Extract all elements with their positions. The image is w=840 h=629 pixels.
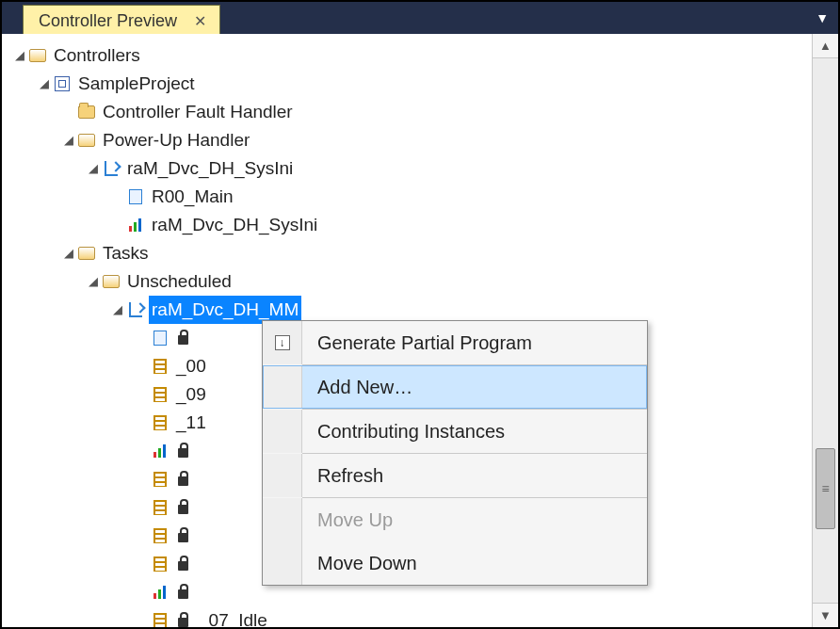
expand-icon[interactable]: ◢ (85, 272, 102, 291)
generate-icon (263, 321, 302, 364)
lock-icon (173, 330, 192, 347)
tree-node-fault-handler[interactable]: ◢ Controller Fault Handler (9, 98, 812, 126)
tree-node-tasks[interactable]: ◢ Tasks (9, 239, 812, 267)
expand-icon[interactable]: ◢ (109, 300, 126, 319)
ladder-icon (151, 386, 170, 403)
menu-item-add-new[interactable]: Add New… (263, 365, 647, 409)
ladder-icon (151, 527, 170, 544)
node-label: _00 (173, 352, 209, 379)
menu-item-label: Add New… (302, 377, 647, 398)
tree-node-routine-sysini[interactable]: ◢ raM_Dvc_DH_SysIni (9, 211, 812, 239)
lock-icon (173, 612, 192, 627)
expand-icon[interactable]: ◢ (36, 74, 53, 93)
window-titlebar: Controller Preview ✕ ▼ (2, 2, 838, 34)
panel-viewport: Controller Preview ✕ ▼ ◢ Controllers ◢ S… (0, 0, 840, 629)
scroll-down-button[interactable]: ▼ (813, 603, 838, 627)
routine-icon (126, 188, 145, 205)
tree-node-project[interactable]: ◢ SampleProject (9, 70, 812, 98)
expand-icon[interactable]: ◢ (60, 244, 77, 263)
ladder-icon (151, 358, 170, 375)
node-label: Controllers (51, 41, 143, 69)
routine-icon (151, 330, 170, 347)
lock-icon (173, 443, 192, 460)
node-label: raM_Dvc_DH_SysIni (124, 154, 296, 182)
node-label: Controller Fault Handler (100, 98, 296, 125)
vertical-scrollbar[interactable]: ▲ ▼ (812, 34, 838, 627)
node-label: _11 (173, 409, 209, 436)
menu-item-label: Move Down (302, 553, 647, 574)
tree-node-controllers[interactable]: ◢ Controllers (9, 41, 812, 70)
menu-item-label: Contributing Instances (302, 421, 647, 443)
node-label: Power-Up Handler (100, 126, 252, 153)
tab-controller-preview[interactable]: Controller Preview ✕ (23, 5, 220, 35)
ladder-icon (151, 471, 170, 488)
expand-icon[interactable]: ◢ (60, 131, 77, 150)
lock-icon (173, 556, 192, 573)
expand-icon[interactable]: ◢ (85, 159, 102, 178)
menu-item-refresh[interactable]: Refresh (263, 454, 647, 497)
node-label: _09 (173, 380, 209, 408)
lock-icon (173, 499, 192, 516)
ladder-icon (151, 414, 170, 431)
program-icon (126, 301, 145, 318)
tab-title-label: Controller Preview (39, 11, 177, 31)
blank-icon (263, 498, 302, 541)
folder-icon (77, 245, 96, 262)
scroll-up-button[interactable]: ▲ (813, 34, 838, 58)
folder-icon (77, 104, 96, 121)
close-icon[interactable]: ✕ (194, 12, 206, 30)
blank-icon (263, 410, 302, 453)
blank-icon (263, 541, 302, 585)
folder-icon (28, 47, 47, 64)
tabstrip-menu-button[interactable]: ▼ (816, 10, 829, 25)
chart-icon (151, 443, 170, 460)
tree-node-pu-program[interactable]: ◢ raM_Dvc_DH_SysIni (9, 154, 812, 183)
blank-icon (263, 365, 302, 409)
node-label: Tasks (100, 239, 152, 266)
tree-node-unscheduled[interactable]: ◢ Unscheduled (9, 267, 812, 296)
menu-item-generate-partial-program[interactable]: Generate Partial Program (263, 321, 647, 364)
ladder-icon (151, 556, 170, 573)
lock-icon (173, 584, 192, 601)
lock-icon (173, 527, 192, 544)
node-label: R00_Main (149, 183, 236, 210)
expand-icon[interactable]: ◢ (11, 46, 28, 65)
scroll-thumb[interactable] (816, 448, 835, 529)
menu-item-move-up: Move Up (263, 498, 647, 541)
context-menu: Generate Partial Program Add New… Contri… (262, 320, 648, 586)
node-label: SampleProject (75, 70, 198, 97)
node-label: _07_Idle (196, 606, 270, 627)
project-icon (53, 75, 72, 92)
menu-item-move-down[interactable]: Move Down (263, 541, 647, 585)
menu-item-label: Generate Partial Program (302, 332, 647, 354)
tree-node-routine-r00[interactable]: ◢ R00_Main (9, 183, 812, 211)
node-label: raM_Dvc_DH_SysIni (149, 211, 320, 238)
chart-icon (151, 584, 170, 601)
ladder-icon (151, 499, 170, 516)
folder-icon (102, 273, 121, 290)
lock-icon (173, 471, 192, 488)
blank-icon (263, 454, 302, 497)
menu-item-label: Refresh (302, 465, 647, 487)
program-icon (102, 160, 121, 177)
tree-node-power-up-handler[interactable]: ◢ Power-Up Handler (9, 126, 812, 154)
node-label: Unscheduled (124, 267, 234, 295)
tree-node-routine-07-idle[interactable]: _07_Idle (9, 606, 812, 627)
folder-icon (77, 132, 96, 149)
menu-item-contributing-instances[interactable]: Contributing Instances (263, 410, 647, 453)
ladder-icon (151, 612, 170, 627)
chart-icon (126, 217, 145, 234)
menu-item-label: Move Up (302, 509, 647, 531)
